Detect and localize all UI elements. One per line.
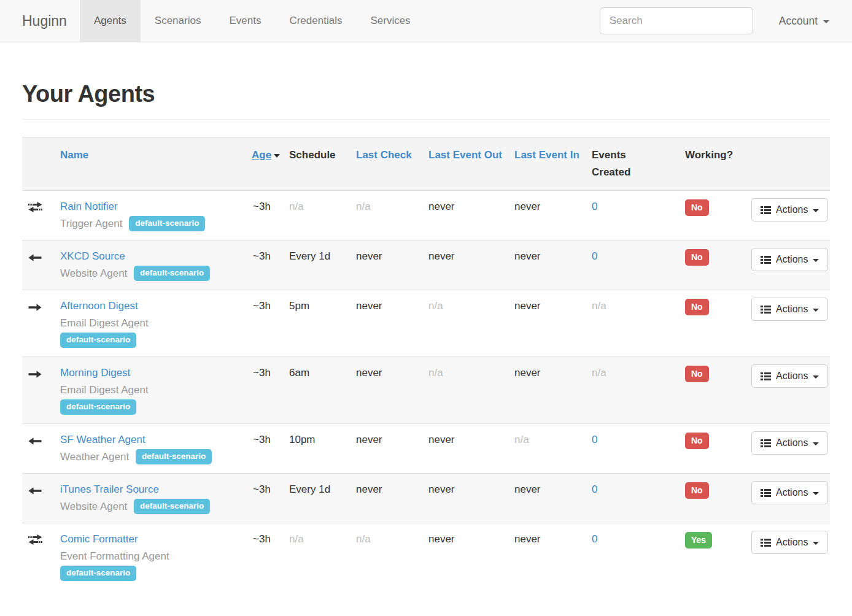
events-created-link[interactable]: 0 [592, 533, 597, 545]
agent-name-link[interactable]: Comic Formatter [60, 533, 138, 545]
last-event-in-cell: never [509, 474, 587, 523]
events-created-link[interactable]: 0 [592, 250, 597, 262]
scenario-badge[interactable]: default-scenario [129, 216, 205, 231]
sort-by-last-event-in-header[interactable]: Last Event In [514, 149, 579, 161]
age-cell: ~3h [248, 290, 284, 357]
agent-name-link[interactable]: XKCD Source [60, 250, 125, 262]
navbar: Huginn Agents Scenarios Events Credentia… [0, 0, 852, 42]
actions-label: Actions [776, 537, 808, 548]
account-menu[interactable]: Account [753, 15, 852, 28]
scenario-badge[interactable]: default-scenario [60, 333, 136, 348]
events-created-link[interactable]: 0 [592, 434, 597, 445]
scenario-badge[interactable]: default-scenario [134, 266, 210, 281]
working-status-badge: No [685, 299, 709, 315]
sort-by-name-header[interactable]: Name [60, 149, 88, 161]
list-icon [761, 488, 771, 498]
main-nav: Agents Scenarios Events Credentials Serv… [80, 0, 425, 42]
events-created-cell: n/a [587, 357, 680, 424]
last-check-cell: never [351, 474, 424, 523]
scenario-badge[interactable]: default-scenario [60, 566, 136, 581]
actions-label: Actions [776, 304, 808, 315]
agent-direction-cell [22, 357, 55, 424]
working-status-badge: No [685, 366, 709, 382]
actions-dropdown-button[interactable]: Actions [751, 481, 828, 504]
agent-name-link[interactable]: SF Weather Agent [60, 434, 145, 445]
working-status-badge: No [685, 482, 709, 499]
list-icon [761, 372, 771, 381]
last-event-out-cell: never [424, 474, 509, 523]
actions-label: Actions [776, 437, 808, 449]
title-divider [22, 119, 830, 120]
actions-dropdown-button[interactable]: Actions [751, 364, 828, 388]
actions-dropdown-button[interactable]: Actions [751, 431, 828, 455]
page-title: Your Agents [22, 81, 830, 107]
working-status-badge: Yes [685, 532, 712, 549]
sort-by-last-check-header[interactable]: Last Check [356, 149, 412, 161]
actions-label: Actions [776, 204, 808, 215]
last-event-in-cell: never [509, 191, 587, 241]
icon-column-header [22, 137, 55, 191]
agent-type-label: Website Agent [60, 501, 127, 512]
nav-item-services[interactable]: Services [356, 0, 424, 42]
events-created-link[interactable]: 0 [592, 483, 597, 495]
age-cell: ~3h [248, 474, 284, 523]
schedule-cell: n/a [284, 191, 351, 241]
table-row: Rain Notifier Trigger Agent default-scen… [22, 191, 830, 241]
agent-name-link[interactable]: Afternoon Digest [60, 300, 138, 312]
agent-name-link[interactable]: Morning Digest [60, 367, 130, 379]
arrow-left-icon [28, 486, 42, 496]
nav-item-agents[interactable]: Agents [80, 0, 141, 42]
agents-table: Name Age Schedule Last Check Last Event … [22, 137, 830, 590]
sort-by-last-event-out-header[interactable]: Last Event Out [428, 149, 502, 161]
last-event-in-cell: n/a [509, 424, 587, 474]
sort-by-age-header[interactable]: Age [252, 149, 271, 161]
schedule-cell: n/a [284, 523, 351, 590]
actions-dropdown-button[interactable]: Actions [751, 198, 828, 221]
actions-dropdown-button[interactable]: Actions [751, 531, 828, 554]
nav-item-events[interactable]: Events [215, 0, 275, 42]
agent-type-label: Weather Agent [60, 451, 129, 463]
working-status-badge: No [685, 199, 709, 216]
actions-dropdown-button[interactable]: Actions [751, 248, 828, 271]
scenario-badge[interactable]: default-scenario [136, 449, 212, 464]
events-created-header: Events Created [587, 137, 680, 191]
list-icon [761, 538, 771, 547]
age-cell: ~3h [248, 241, 284, 290]
agent-name-link[interactable]: iTunes Trailer Source [60, 483, 159, 495]
last-check-cell: never [351, 424, 424, 474]
chevron-down-icon [813, 375, 819, 379]
last-event-out-cell: never [424, 191, 509, 241]
last-event-out-cell: never [424, 424, 509, 474]
working-header: Working? [680, 137, 746, 191]
agent-type-label: Trigger Agent [60, 218, 122, 229]
schedule-cell: Every 1d [284, 241, 351, 290]
schedule-cell: 5pm [284, 290, 351, 357]
agent-name-link[interactable]: Rain Notifier [60, 201, 118, 212]
search-input[interactable] [600, 7, 753, 34]
table-row: iTunes Trailer Source Website Agent defa… [22, 474, 830, 523]
chevron-down-icon [813, 259, 819, 262]
table-row: Comic Formatter Event Formatting Agent d… [22, 523, 830, 590]
agent-type-label: Email Digest Agent [60, 317, 149, 329]
actions-dropdown-button[interactable]: Actions [751, 298, 828, 321]
events-created-link[interactable]: 0 [592, 201, 597, 212]
working-status-badge: No [685, 249, 709, 266]
scenario-badge[interactable]: default-scenario [60, 399, 136, 415]
last-event-in-cell: never [509, 290, 587, 357]
actions-label: Actions [776, 371, 808, 382]
age-cell: ~3h [248, 357, 284, 424]
last-event-in-cell: never [509, 241, 587, 290]
chevron-down-icon [813, 542, 819, 545]
agent-type-label: Website Agent [60, 268, 127, 279]
scenario-badge[interactable]: default-scenario [134, 499, 210, 514]
arrow-right-icon [28, 369, 42, 379]
last-event-out-cell: n/a [424, 290, 509, 357]
agent-type-label: Event Formatting Agent [60, 550, 169, 562]
schedule-header: Schedule [284, 137, 351, 191]
nav-item-credentials[interactable]: Credentials [275, 0, 356, 42]
nav-item-scenarios[interactable]: Scenarios [141, 0, 215, 42]
account-label: Account [779, 15, 818, 28]
last-check-cell: never [351, 357, 424, 424]
navbar-right: Account [600, 0, 852, 42]
brand-link[interactable]: Huginn [0, 0, 80, 42]
